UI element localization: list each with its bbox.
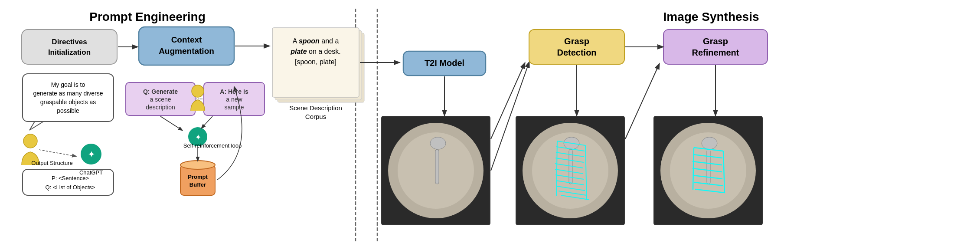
svg-text:Buffer: Buffer	[189, 181, 206, 188]
svg-rect-26	[180, 165, 215, 195]
svg-text:My goal is to: My goal is to	[51, 81, 85, 88]
svg-point-41	[388, 123, 483, 218]
svg-line-67	[625, 64, 659, 139]
svg-line-81	[694, 182, 723, 186]
svg-point-43	[430, 137, 446, 149]
grasp-detection-box	[529, 30, 624, 64]
svg-point-51	[532, 132, 608, 209]
svg-line-24	[202, 116, 212, 128]
chatgpt-icon	[81, 144, 101, 164]
svg-text:P: <Sentence>: P: <Sentence>	[52, 175, 89, 181]
svg-text:a new: a new	[226, 96, 242, 103]
svg-line-62	[557, 186, 585, 191]
svg-point-52	[564, 137, 579, 149]
svg-text:Q: Generate: Q: Generate	[143, 88, 178, 95]
svg-line-59	[555, 169, 583, 174]
self-reinforce-label: Self-reinforcement loop	[183, 142, 242, 149]
svg-line-82	[695, 189, 725, 193]
t2i-box	[403, 51, 486, 76]
svg-line-80	[693, 175, 722, 179]
svg-text:Augmentation: Augmentation	[159, 46, 214, 56]
chatgpt-icon-mid	[188, 127, 207, 146]
svg-text:✦: ✦	[88, 150, 95, 159]
image-plate-2	[516, 116, 624, 225]
svg-line-56	[556, 152, 584, 157]
prompt-title: Prompt Engineering	[89, 10, 206, 23]
svg-line-55	[556, 147, 585, 151]
svg-text:ChatGPT: ChatGPT	[79, 169, 103, 176]
scene-card	[272, 28, 359, 97]
svg-text:Output Structure: Output Structure	[31, 160, 72, 166]
svg-line-58	[555, 164, 583, 168]
svg-line-83	[693, 148, 694, 190]
svg-text:Initialization: Initialization	[48, 48, 91, 56]
svg-text:[spoon, plate]: [spoon, plate]	[295, 58, 336, 66]
svg-line-23	[160, 116, 182, 130]
svg-line-84	[723, 151, 725, 193]
main-container: Prompt Engineering Directives Initializa…	[0, 0, 980, 250]
svg-line-76	[694, 148, 723, 151]
svg-text:Refinement: Refinement	[692, 48, 739, 57]
svg-line-65	[556, 141, 557, 196]
grasp-lines-refined	[693, 148, 725, 193]
svg-line-66	[585, 145, 587, 200]
svg-line-60	[555, 175, 584, 179]
svg-text:✦: ✦	[195, 134, 201, 141]
svg-text:Corpus: Corpus	[305, 113, 326, 120]
svg-line-46	[491, 63, 525, 139]
svg-point-42	[398, 132, 474, 209]
svg-text:T2I Model: T2I Model	[425, 58, 464, 68]
svg-text:A spoon and a: A spoon and a	[293, 37, 339, 45]
svg-line-78	[693, 161, 722, 165]
svg-text:Prompt: Prompt	[188, 174, 208, 180]
svg-rect-33	[275, 30, 362, 100]
svg-point-73	[670, 132, 746, 209]
svg-text:description: description	[146, 104, 175, 111]
svg-text:generate as many diverse: generate as many diverse	[33, 90, 103, 97]
svg-rect-75	[707, 149, 710, 184]
grasp-lines	[555, 141, 589, 200]
svg-text:a scene: a scene	[150, 96, 171, 103]
person-icon-mid	[192, 85, 204, 97]
context-aug-box	[139, 27, 234, 65]
svg-line-63	[559, 191, 587, 195]
svg-text:A: Here is: A: Here is	[220, 88, 248, 95]
svg-rect-53	[569, 149, 572, 184]
svg-point-74	[702, 137, 717, 149]
svg-text:Q: <List of Objects>: Q: <List of Objects>	[46, 184, 95, 191]
diagram-svg: Prompt Engineering Directives Initializa…	[0, 0, 980, 250]
svg-point-27	[180, 161, 215, 169]
svg-text:Context: Context	[171, 35, 202, 44]
svg-point-50	[523, 123, 618, 218]
svg-line-79	[693, 168, 722, 172]
svg-text:graspable objects as: graspable objects as	[40, 99, 96, 105]
image-plate-3	[654, 116, 762, 225]
svg-text:Grasp: Grasp	[703, 36, 728, 46]
corpus-label: Scene Description	[289, 104, 342, 112]
svg-text:Grasp: Grasp	[564, 36, 589, 46]
svg-line-9	[39, 150, 76, 156]
image-plate-1	[382, 116, 490, 225]
svg-text:possible: possible	[57, 107, 79, 114]
a-box	[204, 82, 265, 115]
grasp-refinement-box	[663, 30, 768, 64]
svg-text:plate on a desk.: plate on a desk.	[290, 48, 341, 55]
speech-bubble	[23, 74, 114, 122]
svg-text:Directives: Directives	[52, 38, 87, 46]
svg-line-54	[557, 141, 585, 145]
svg-rect-44	[435, 149, 439, 184]
svg-point-72	[660, 123, 756, 218]
svg-text:Detection: Detection	[557, 48, 596, 57]
svg-rect-25	[180, 165, 215, 195]
svg-line-77	[693, 155, 722, 158]
q-box	[126, 82, 195, 115]
directives-box	[22, 30, 117, 64]
svg-line-45	[491, 62, 529, 171]
svg-line-64	[561, 195, 589, 200]
svg-text:sample: sample	[224, 104, 244, 111]
svg-rect-32	[278, 33, 364, 102]
person-icon-left	[23, 134, 37, 148]
output-box	[23, 169, 114, 195]
svg-line-57	[555, 158, 584, 162]
image-synthesis-title: Image Synthesis	[663, 10, 759, 23]
